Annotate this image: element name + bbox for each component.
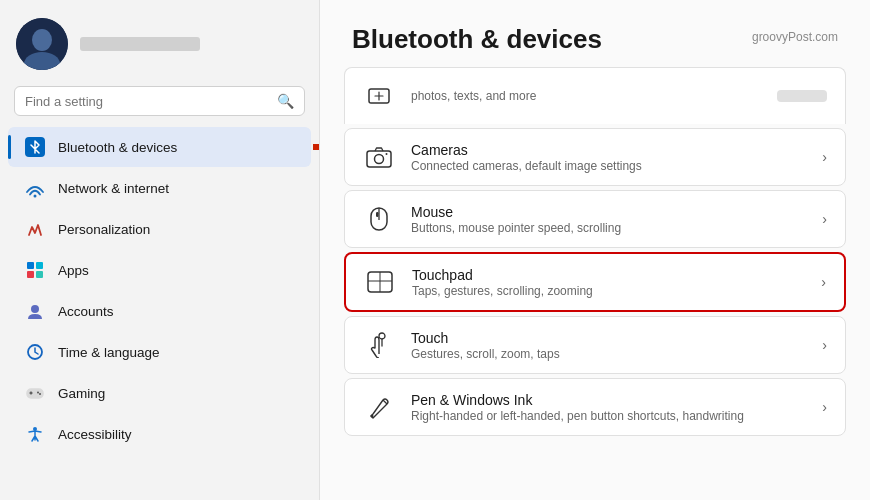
sidebar-item-time-label: Time & language <box>58 345 160 360</box>
pen-title: Pen & Windows Ink <box>411 392 806 408</box>
mouse-desc: Buttons, mouse pointer speed, scrolling <box>411 221 806 235</box>
apps-icon <box>24 259 46 281</box>
svg-point-14 <box>39 393 41 395</box>
touchpad-desc: Taps, gestures, scrolling, zooming <box>412 284 805 298</box>
settings-item-mouse[interactable]: Mouse Buttons, mouse pointer speed, scro… <box>344 190 846 248</box>
sidebar-item-accessibility[interactable]: Accessibility <box>8 414 311 454</box>
touchpad-text: Touchpad Taps, gestures, scrolling, zoom… <box>412 267 805 298</box>
svg-point-18 <box>375 155 384 164</box>
pen-desc: Right-handed or left-handed, pen button … <box>411 409 806 423</box>
cameras-title: Cameras <box>411 142 806 158</box>
personalization-icon <box>24 218 46 240</box>
svg-rect-7 <box>36 262 43 269</box>
touchpad-icon <box>364 266 396 298</box>
sidebar-item-time[interactable]: Time & language <box>8 332 311 372</box>
partial-item-text: photos, texts, and more <box>411 89 761 103</box>
touchpad-chevron: › <box>821 274 826 290</box>
settings-item-pen[interactable]: Pen & Windows Ink Right-handed or left-h… <box>344 378 846 436</box>
profile-section <box>0 0 319 82</box>
accounts-icon <box>24 300 46 322</box>
svg-rect-9 <box>36 271 43 278</box>
partial-scroll-bar <box>777 90 827 102</box>
pen-chevron: › <box>822 399 827 415</box>
partial-item-icon <box>363 80 395 112</box>
svg-rect-8 <box>27 271 34 278</box>
touch-text: Touch Gestures, scroll, zoom, taps <box>411 330 806 361</box>
svg-point-27 <box>371 415 374 418</box>
settings-item-touch[interactable]: Touch Gestures, scroll, zoom, taps › <box>344 316 846 374</box>
gaming-icon <box>24 382 46 404</box>
sidebar-item-bluetooth-label: Bluetooth & devices <box>58 140 177 155</box>
cameras-desc: Connected cameras, default image setting… <box>411 159 806 173</box>
sidebar-item-accessibility-label: Accessibility <box>58 427 132 442</box>
sidebar-item-apps-label: Apps <box>58 263 89 278</box>
page-title: Bluetooth & devices <box>352 24 602 55</box>
svg-rect-6 <box>27 262 34 269</box>
sidebar-item-accounts[interactable]: Accounts <box>8 291 311 331</box>
search-input[interactable] <box>25 94 269 109</box>
watermark: groovyPost.com <box>752 30 838 44</box>
search-icon: 🔍 <box>277 93 294 109</box>
svg-point-5 <box>34 195 37 198</box>
touch-title: Touch <box>411 330 806 346</box>
settings-list: photos, texts, and more Cameras Connecte… <box>320 63 870 460</box>
touchpad-title: Touchpad <box>412 267 805 283</box>
red-arrow-annotation <box>313 136 319 158</box>
time-icon <box>24 341 46 363</box>
nav-list: Bluetooth & devices Network & internet <box>0 124 319 500</box>
sidebar-item-network[interactable]: Network & internet <box>8 168 311 208</box>
bluetooth-icon <box>24 136 46 158</box>
search-bar[interactable]: 🔍 <box>14 86 305 116</box>
touch-chevron: › <box>822 337 827 353</box>
touch-desc: Gestures, scroll, zoom, taps <box>411 347 806 361</box>
sidebar-item-accounts-label: Accounts <box>58 304 114 319</box>
sidebar-item-network-label: Network & internet <box>58 181 169 196</box>
touch-icon <box>363 329 395 361</box>
sidebar-item-gaming-label: Gaming <box>58 386 105 401</box>
settings-item-touchpad[interactable]: Touchpad Taps, gestures, scrolling, zoom… <box>344 252 846 312</box>
settings-item-cameras[interactable]: Cameras Connected cameras, default image… <box>344 128 846 186</box>
accessibility-icon <box>24 423 46 445</box>
network-icon <box>24 177 46 199</box>
pen-icon <box>363 391 395 423</box>
sidebar-item-bluetooth[interactable]: Bluetooth & devices <box>8 127 311 167</box>
app-window: 🔍 Bluetooth & devices <box>0 0 870 500</box>
svg-point-10 <box>31 305 39 313</box>
svg-rect-17 <box>367 151 391 167</box>
mouse-chevron: › <box>822 211 827 227</box>
profile-name-blur <box>80 37 200 51</box>
mouse-icon <box>363 203 395 235</box>
sidebar-item-personalization-label: Personalization <box>58 222 150 237</box>
main-content: Bluetooth & devices groovyPost.com photo… <box>320 0 870 500</box>
cameras-text: Cameras Connected cameras, default image… <box>411 142 806 173</box>
camera-icon <box>363 141 395 173</box>
main-header: Bluetooth & devices groovyPost.com <box>320 0 870 63</box>
mouse-text: Mouse Buttons, mouse pointer speed, scro… <box>411 204 806 235</box>
partial-item[interactable]: photos, texts, and more <box>344 67 846 124</box>
svg-point-19 <box>386 153 388 155</box>
pen-text: Pen & Windows Ink Right-handed or left-h… <box>411 392 806 423</box>
avatar <box>16 18 68 70</box>
sidebar-item-gaming[interactable]: Gaming <box>8 373 311 413</box>
sidebar-item-apps[interactable]: Apps <box>8 250 311 290</box>
sidebar: 🔍 Bluetooth & devices <box>0 0 320 500</box>
svg-point-13 <box>37 392 39 394</box>
mouse-title: Mouse <box>411 204 806 220</box>
svg-point-1 <box>32 29 52 51</box>
sidebar-item-personalization[interactable]: Personalization <box>8 209 311 249</box>
cameras-chevron: › <box>822 149 827 165</box>
svg-marker-4 <box>313 136 319 158</box>
svg-rect-22 <box>376 212 379 217</box>
svg-point-26 <box>379 333 385 339</box>
